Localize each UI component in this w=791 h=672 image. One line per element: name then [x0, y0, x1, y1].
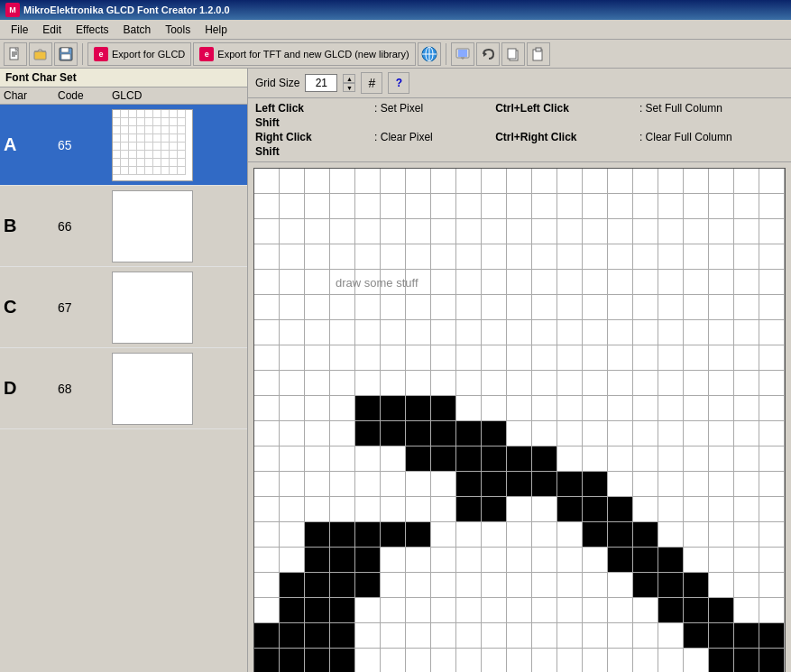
pixel-cell[interactable]: [280, 548, 305, 573]
pixel-cell[interactable]: [608, 421, 633, 446]
pixel-cell[interactable]: [456, 396, 482, 421]
pixel-cell[interactable]: [431, 169, 456, 194]
pixel-cell[interactable]: [759, 169, 785, 194]
pixel-cell[interactable]: [658, 345, 684, 371]
pixel-cell[interactable]: [330, 649, 355, 672]
pixel-cell[interactable]: [583, 169, 608, 194]
pixel-cell[interactable]: [254, 396, 280, 421]
pixel-cell[interactable]: [658, 421, 684, 446]
pixel-cell[interactable]: [759, 219, 785, 244]
pixel-cell[interactable]: [684, 270, 709, 295]
pixel-cell[interactable]: [507, 194, 532, 219]
pixel-cell[interactable]: [254, 270, 280, 295]
pixel-cell[interactable]: [633, 598, 658, 623]
pixel-cell[interactable]: [482, 446, 507, 472]
pixel-cell[interactable]: [633, 446, 658, 472]
pixel-cell[interactable]: [633, 295, 658, 320]
pixel-cell[interactable]: [532, 623, 557, 649]
pixel-cell[interactable]: [305, 421, 330, 446]
pixel-cell[interactable]: [608, 522, 633, 548]
pixel-cell[interactable]: [280, 169, 305, 194]
pixel-cell[interactable]: [532, 295, 557, 320]
pixel-cell[interactable]: [482, 320, 507, 345]
pixel-cell[interactable]: [759, 270, 785, 295]
pixel-cell[interactable]: [709, 219, 734, 244]
pixel-cell[interactable]: [734, 396, 759, 421]
pixel-cell[interactable]: [507, 219, 532, 244]
pixel-cell[interactable]: [330, 219, 355, 244]
pixel-cell[interactable]: [305, 573, 330, 598]
pixel-cell[interactable]: [658, 497, 684, 522]
pixel-cell[interactable]: [280, 345, 305, 371]
pixel-cell[interactable]: [709, 169, 734, 194]
pixel-cell[interactable]: [734, 345, 759, 371]
pixel-cell[interactable]: [456, 598, 482, 623]
pixel-cell[interactable]: [684, 446, 709, 472]
pixel-cell[interactable]: [684, 295, 709, 320]
pixel-cell[interactable]: [406, 623, 431, 649]
pixel-cell[interactable]: [608, 573, 633, 598]
pixel-cell[interactable]: [633, 522, 658, 548]
pixel-cell[interactable]: [583, 548, 608, 573]
pixel-cell[interactable]: [658, 446, 684, 472]
pixel-cell[interactable]: [482, 649, 507, 672]
pixel-cell[interactable]: [532, 320, 557, 345]
pixel-cell[interactable]: [709, 548, 734, 573]
pixel-cell[interactable]: [330, 244, 355, 270]
pixel-cell[interactable]: [482, 522, 507, 548]
pixel-cell[interactable]: [658, 548, 684, 573]
pixel-cell[interactable]: [532, 598, 557, 623]
pixel-cell[interactable]: [507, 169, 532, 194]
pixel-cell[interactable]: [280, 598, 305, 623]
pixel-cell[interactable]: [557, 169, 583, 194]
pixel-cell[interactable]: [709, 295, 734, 320]
pixel-cell[interactable]: [280, 573, 305, 598]
pixel-cell[interactable]: [759, 548, 785, 573]
pixel-cell[interactable]: [684, 573, 709, 598]
pixel-cell[interactable]: [254, 371, 280, 396]
undo-button[interactable]: [476, 42, 500, 66]
pixel-cell[interactable]: [608, 270, 633, 295]
pixel-cell[interactable]: [759, 345, 785, 371]
pixel-cell[interactable]: [734, 194, 759, 219]
pixel-cell[interactable]: [431, 522, 456, 548]
pixel-cell[interactable]: [330, 345, 355, 371]
pixel-cell[interactable]: [532, 573, 557, 598]
pixel-cell[interactable]: [709, 497, 734, 522]
pixel-cell[interactable]: [330, 320, 355, 345]
pixel-cell[interactable]: [507, 345, 532, 371]
pixel-cell[interactable]: [381, 345, 406, 371]
pixel-cell[interactable]: [709, 472, 734, 497]
pixel-cell[interactable]: [684, 371, 709, 396]
pixel-cell[interactable]: [583, 472, 608, 497]
pixel-cell[interactable]: [583, 371, 608, 396]
menu-item-effects[interactable]: Effects: [69, 22, 115, 38]
pixel-cell[interactable]: [305, 320, 330, 345]
save-button[interactable]: [54, 42, 78, 66]
pixel-cell[interactable]: [684, 548, 709, 573]
pixel-cell[interactable]: [608, 623, 633, 649]
pixel-cell[interactable]: [583, 320, 608, 345]
pixel-cell[interactable]: [608, 396, 633, 421]
pixel-cell[interactable]: [330, 295, 355, 320]
pixel-cell[interactable]: [734, 270, 759, 295]
pixel-cell[interactable]: [406, 522, 431, 548]
grid-size-input[interactable]: [305, 74, 337, 92]
pixel-cell[interactable]: [280, 623, 305, 649]
pixel-cell[interactable]: [583, 522, 608, 548]
pixel-cell[interactable]: [608, 295, 633, 320]
pixel-cell[interactable]: [608, 345, 633, 371]
pixel-cell[interactable]: [658, 396, 684, 421]
charset-row-D[interactable]: D 68: [0, 348, 247, 429]
pixel-cell[interactable]: [608, 446, 633, 472]
pixel-cell[interactable]: [431, 320, 456, 345]
pixel-cell[interactable]: [305, 598, 330, 623]
pixel-cell[interactable]: [431, 573, 456, 598]
pixel-cell[interactable]: [532, 649, 557, 672]
pixel-cell[interactable]: [280, 649, 305, 672]
pixel-cell[interactable]: [355, 244, 381, 270]
pixel-cell[interactable]: [456, 573, 482, 598]
pixel-cell[interactable]: [532, 522, 557, 548]
pixel-cell[interactable]: [482, 573, 507, 598]
pixel-cell[interactable]: [280, 219, 305, 244]
